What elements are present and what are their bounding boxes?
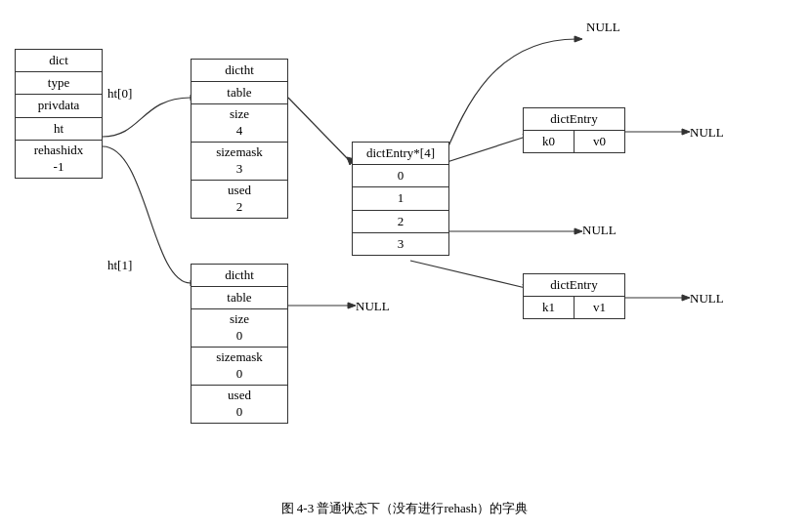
dictht1-used: used0 — [192, 386, 287, 423]
ht0-label: ht[0] — [107, 86, 132, 102]
dict-cell-privdata: privdata — [16, 95, 102, 117]
dictht1-table: table — [192, 287, 287, 309]
dictht1-sizemask: sizemask0 — [192, 348, 287, 386]
dictht0-header: dictht — [192, 60, 287, 82]
null-top: NULL — [586, 20, 620, 35]
dictht1-size: size0 — [192, 309, 287, 348]
caption-text: 图 4-3 普通状态下（没有进行rehash）的字典 — [281, 501, 529, 515]
dict-box: dict type privdata ht rehashidx-1 — [15, 49, 103, 179]
dictht1-box: dictht table size0 sizemask0 used0 — [191, 264, 288, 424]
dict-cell-type: type — [16, 72, 102, 95]
dictentry0-k: k0 — [524, 131, 575, 152]
arrow-ht0-table — [288, 98, 350, 161]
dictht0-used: used2 — [192, 181, 287, 218]
dictentry1-kv: k1 v1 — [524, 297, 624, 318]
arrowhead-arr2-null — [575, 228, 582, 234]
caption: 图 4-3 普通状态下（没有进行rehash）的字典 — [0, 498, 809, 519]
dictentry0-header: dictEntry — [524, 108, 624, 131]
dictht1-header: dictht — [192, 265, 287, 287]
arrowhead-arr1-null — [575, 36, 582, 42]
dictentry0-kv: k0 v0 — [524, 131, 624, 152]
arrow-dict-ht0 — [103, 98, 191, 137]
dictht0-sizemask: sizemask3 — [192, 143, 287, 181]
dictentry1-header: dictEntry — [524, 274, 624, 297]
array-cell-1: 1 — [353, 187, 448, 210]
array-cell-2: 2 — [353, 211, 448, 233]
dictht0-table: table — [192, 82, 287, 104]
null-arr2: NULL — [582, 223, 617, 238]
array-cell-0: 0 — [353, 165, 448, 187]
arrow-arr3-entry1 — [410, 261, 526, 288]
dictht0-box: dictht table size4 sizemask3 used2 — [191, 59, 288, 219]
dict-cell-dict: dict — [16, 50, 102, 72]
arrowhead-entry1-null — [682, 295, 690, 301]
null-entry0: NULL — [690, 125, 724, 141]
dictentry0-box: dictEntry k0 v0 — [523, 107, 625, 153]
dictht0-size: size4 — [192, 104, 287, 143]
dictentry1-v: v1 — [575, 297, 624, 318]
null-ht1-table: NULL — [356, 299, 390, 314]
diagram-container: dict type privdata ht rehashidx-1 ht[0] … — [0, 0, 809, 498]
ht1-label: ht[1] — [107, 258, 132, 273]
array-cell-3: 3 — [353, 233, 448, 255]
dict-cell-rehashidx: rehashidx-1 — [16, 141, 102, 178]
dictentry1-k: k1 — [524, 297, 575, 318]
null-entry1: NULL — [690, 291, 724, 307]
dictentry0-v: v0 — [575, 131, 624, 152]
dict-cell-ht: ht — [16, 118, 102, 141]
arrowhead-ht1-table-null — [348, 303, 356, 308]
array-header: dictEntry*[4] — [353, 143, 448, 165]
array-box: dictEntry*[4] 0 1 2 3 — [352, 142, 449, 256]
arrowhead-entry0-null — [682, 129, 690, 135]
dictentry1-box: dictEntry k1 v1 — [523, 273, 625, 319]
